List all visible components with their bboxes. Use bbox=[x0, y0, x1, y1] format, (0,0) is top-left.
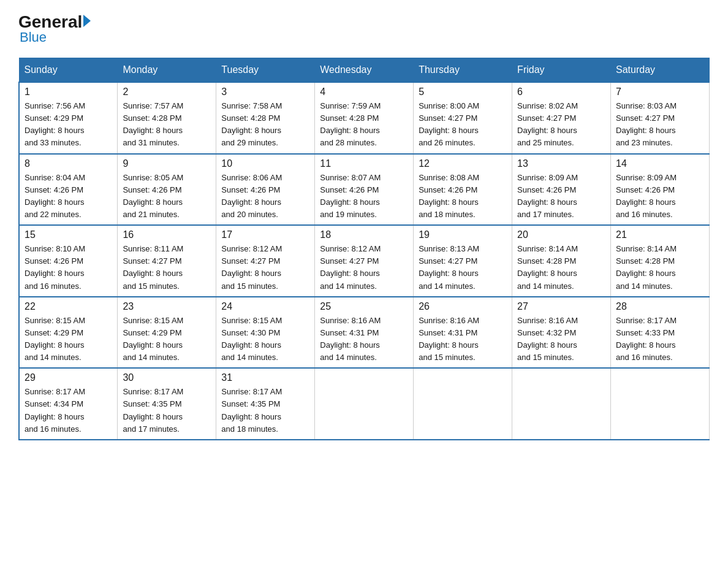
day-number: 18 bbox=[320, 229, 408, 240]
calendar-cell: 16 Sunrise: 8:11 AMSunset: 4:27 PMDaylig… bbox=[118, 225, 216, 297]
calendar-cell: 25 Sunrise: 8:16 AMSunset: 4:31 PMDaylig… bbox=[315, 297, 414, 369]
day-number: 1 bbox=[25, 86, 112, 98]
day-number: 9 bbox=[123, 158, 211, 169]
calendar-cell: 13 Sunrise: 8:09 AMSunset: 4:26 PMDaylig… bbox=[512, 154, 611, 226]
calendar-cell: 10 Sunrise: 8:06 AMSunset: 4:26 PMDaylig… bbox=[216, 154, 315, 226]
day-info: Sunrise: 8:10 AMSunset: 4:26 PMDaylight:… bbox=[25, 244, 85, 290]
day-info: Sunrise: 8:00 AMSunset: 4:27 PMDaylight:… bbox=[419, 101, 479, 147]
day-number: 31 bbox=[221, 372, 309, 383]
day-number: 10 bbox=[221, 158, 309, 169]
day-info: Sunrise: 8:11 AMSunset: 4:27 PMDaylight:… bbox=[123, 244, 183, 290]
day-number: 28 bbox=[616, 301, 704, 312]
header-saturday: Saturday bbox=[611, 58, 710, 83]
day-info: Sunrise: 8:15 AMSunset: 4:29 PMDaylight:… bbox=[25, 316, 85, 362]
logo: General Blue bbox=[18, 12, 91, 45]
day-number: 5 bbox=[419, 86, 507, 98]
calendar-cell: 24 Sunrise: 8:15 AMSunset: 4:30 PMDaylig… bbox=[216, 297, 315, 369]
day-info: Sunrise: 7:56 AMSunset: 4:29 PMDaylight:… bbox=[25, 101, 85, 147]
calendar-cell: 18 Sunrise: 8:12 AMSunset: 4:27 PMDaylig… bbox=[315, 225, 414, 297]
day-info: Sunrise: 8:17 AMSunset: 4:34 PMDaylight:… bbox=[25, 387, 85, 433]
day-info: Sunrise: 8:04 AMSunset: 4:26 PMDaylight:… bbox=[25, 173, 85, 219]
header-friday: Friday bbox=[512, 58, 611, 83]
week-row-1: 1 Sunrise: 7:56 AMSunset: 4:29 PMDayligh… bbox=[19, 82, 710, 154]
day-number: 21 bbox=[616, 229, 704, 240]
day-info: Sunrise: 8:06 AMSunset: 4:26 PMDaylight:… bbox=[221, 173, 282, 219]
calendar-cell bbox=[611, 368, 710, 440]
day-number: 6 bbox=[517, 86, 605, 98]
day-number: 16 bbox=[123, 229, 211, 240]
day-number: 11 bbox=[320, 158, 408, 169]
calendar-cell: 22 Sunrise: 8:15 AMSunset: 4:29 PMDaylig… bbox=[19, 297, 118, 369]
day-info: Sunrise: 8:05 AMSunset: 4:26 PMDaylight:… bbox=[123, 173, 183, 219]
day-info: Sunrise: 7:58 AMSunset: 4:28 PMDaylight:… bbox=[221, 101, 282, 147]
day-info: Sunrise: 8:17 AMSunset: 4:33 PMDaylight:… bbox=[616, 316, 677, 362]
day-number: 15 bbox=[25, 229, 112, 240]
calendar-cell: 11 Sunrise: 8:07 AMSunset: 4:26 PMDaylig… bbox=[315, 154, 414, 226]
day-info: Sunrise: 8:07 AMSunset: 4:26 PMDaylight:… bbox=[320, 173, 381, 219]
day-number: 29 bbox=[25, 372, 112, 383]
day-info: Sunrise: 8:03 AMSunset: 4:27 PMDaylight:… bbox=[616, 101, 677, 147]
day-info: Sunrise: 8:17 AMSunset: 4:35 PMDaylight:… bbox=[123, 387, 183, 433]
week-row-4: 22 Sunrise: 8:15 AMSunset: 4:29 PMDaylig… bbox=[19, 297, 710, 369]
day-number: 14 bbox=[616, 158, 704, 169]
day-number: 20 bbox=[517, 229, 605, 240]
day-number: 22 bbox=[25, 301, 112, 312]
day-number: 12 bbox=[419, 158, 507, 169]
day-number: 25 bbox=[320, 301, 408, 312]
calendar-cell: 20 Sunrise: 8:14 AMSunset: 4:28 PMDaylig… bbox=[512, 225, 611, 297]
calendar-cell: 14 Sunrise: 8:09 AMSunset: 4:26 PMDaylig… bbox=[611, 154, 710, 226]
week-row-3: 15 Sunrise: 8:10 AMSunset: 4:26 PMDaylig… bbox=[19, 225, 710, 297]
calendar-cell bbox=[414, 368, 512, 440]
calendar-cell: 19 Sunrise: 8:13 AMSunset: 4:27 PMDaylig… bbox=[414, 225, 512, 297]
day-number: 17 bbox=[221, 229, 309, 240]
calendar-cell: 7 Sunrise: 8:03 AMSunset: 4:27 PMDayligh… bbox=[611, 82, 710, 154]
calendar-cell: 15 Sunrise: 8:10 AMSunset: 4:26 PMDaylig… bbox=[19, 225, 118, 297]
day-number: 26 bbox=[419, 301, 507, 312]
day-info: Sunrise: 8:16 AMSunset: 4:31 PMDaylight:… bbox=[419, 316, 479, 362]
day-info: Sunrise: 8:15 AMSunset: 4:29 PMDaylight:… bbox=[123, 316, 183, 362]
calendar-cell: 4 Sunrise: 7:59 AMSunset: 4:28 PMDayligh… bbox=[315, 82, 414, 154]
header-sunday: Sunday bbox=[19, 58, 118, 83]
header-tuesday: Tuesday bbox=[216, 58, 315, 83]
day-number: 2 bbox=[123, 86, 211, 98]
calendar-cell: 2 Sunrise: 7:57 AMSunset: 4:28 PMDayligh… bbox=[118, 82, 216, 154]
day-number: 8 bbox=[25, 158, 112, 169]
calendar-cell: 1 Sunrise: 7:56 AMSunset: 4:29 PMDayligh… bbox=[19, 82, 118, 154]
calendar-cell: 27 Sunrise: 8:16 AMSunset: 4:32 PMDaylig… bbox=[512, 297, 611, 369]
calendar-cell: 30 Sunrise: 8:17 AMSunset: 4:35 PMDaylig… bbox=[118, 368, 216, 440]
calendar-header-row: SundayMondayTuesdayWednesdayThursdayFrid… bbox=[19, 58, 710, 83]
day-info: Sunrise: 8:14 AMSunset: 4:28 PMDaylight:… bbox=[616, 244, 677, 290]
day-info: Sunrise: 8:17 AMSunset: 4:35 PMDaylight:… bbox=[221, 387, 282, 433]
day-info: Sunrise: 8:12 AMSunset: 4:27 PMDaylight:… bbox=[320, 244, 381, 290]
day-info: Sunrise: 8:12 AMSunset: 4:27 PMDaylight:… bbox=[221, 244, 282, 290]
day-info: Sunrise: 8:09 AMSunset: 4:26 PMDaylight:… bbox=[616, 173, 677, 219]
day-info: Sunrise: 8:16 AMSunset: 4:32 PMDaylight:… bbox=[517, 316, 578, 362]
day-info: Sunrise: 8:02 AMSunset: 4:27 PMDaylight:… bbox=[517, 101, 578, 147]
day-number: 7 bbox=[616, 86, 704, 98]
header-wednesday: Wednesday bbox=[315, 58, 414, 83]
calendar-cell: 28 Sunrise: 8:17 AMSunset: 4:33 PMDaylig… bbox=[611, 297, 710, 369]
day-number: 13 bbox=[517, 158, 605, 169]
calendar-cell: 12 Sunrise: 8:08 AMSunset: 4:26 PMDaylig… bbox=[414, 154, 512, 226]
calendar-cell: 5 Sunrise: 8:00 AMSunset: 4:27 PMDayligh… bbox=[414, 82, 512, 154]
day-number: 23 bbox=[123, 301, 211, 312]
day-info: Sunrise: 8:15 AMSunset: 4:30 PMDaylight:… bbox=[221, 316, 282, 362]
calendar-cell bbox=[315, 368, 414, 440]
calendar-cell: 23 Sunrise: 8:15 AMSunset: 4:29 PMDaylig… bbox=[118, 297, 216, 369]
week-row-2: 8 Sunrise: 8:04 AMSunset: 4:26 PMDayligh… bbox=[19, 154, 710, 226]
calendar-cell: 17 Sunrise: 8:12 AMSunset: 4:27 PMDaylig… bbox=[216, 225, 315, 297]
day-number: 24 bbox=[221, 301, 309, 312]
day-info: Sunrise: 8:13 AMSunset: 4:27 PMDaylight:… bbox=[419, 244, 479, 290]
day-info: Sunrise: 8:08 AMSunset: 4:26 PMDaylight:… bbox=[419, 173, 479, 219]
calendar-cell: 26 Sunrise: 8:16 AMSunset: 4:31 PMDaylig… bbox=[414, 297, 512, 369]
day-info: Sunrise: 7:59 AMSunset: 4:28 PMDaylight:… bbox=[320, 101, 381, 147]
calendar-cell: 31 Sunrise: 8:17 AMSunset: 4:35 PMDaylig… bbox=[216, 368, 315, 440]
day-info: Sunrise: 8:16 AMSunset: 4:31 PMDaylight:… bbox=[320, 316, 381, 362]
day-info: Sunrise: 8:09 AMSunset: 4:26 PMDaylight:… bbox=[517, 173, 578, 219]
calendar-table: SundayMondayTuesdayWednesdayThursdayFrid… bbox=[18, 58, 710, 440]
calendar-cell: 6 Sunrise: 8:02 AMSunset: 4:27 PMDayligh… bbox=[512, 82, 611, 154]
page-header: General Blue bbox=[18, 12, 710, 45]
calendar-cell: 21 Sunrise: 8:14 AMSunset: 4:28 PMDaylig… bbox=[611, 225, 710, 297]
calendar-cell: 9 Sunrise: 8:05 AMSunset: 4:26 PMDayligh… bbox=[118, 154, 216, 226]
day-number: 19 bbox=[419, 229, 507, 240]
